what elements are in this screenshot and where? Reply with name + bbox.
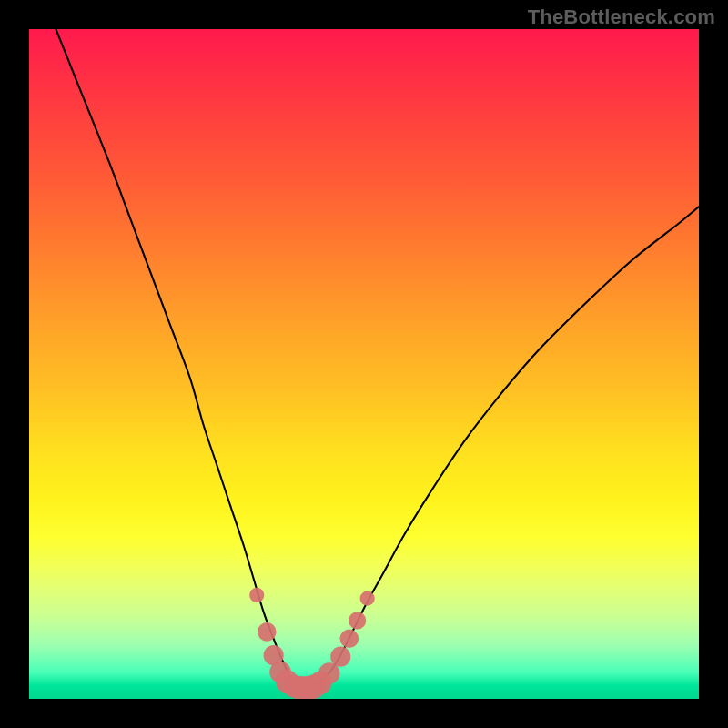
chart-svg [29, 29, 699, 699]
watermark-text: TheBottleneck.com [528, 5, 715, 29]
chart-plot-area [29, 29, 699, 699]
curve-marker [360, 592, 375, 606]
chart-frame: TheBottleneck.com [0, 0, 728, 728]
curve-marker [340, 629, 359, 648]
curve-marker [249, 588, 264, 602]
curve-marker [349, 612, 366, 629]
curve-markers [249, 588, 375, 699]
bottleneck-curve [56, 29, 699, 689]
curve-marker [258, 622, 277, 642]
curve-marker [330, 647, 350, 667]
